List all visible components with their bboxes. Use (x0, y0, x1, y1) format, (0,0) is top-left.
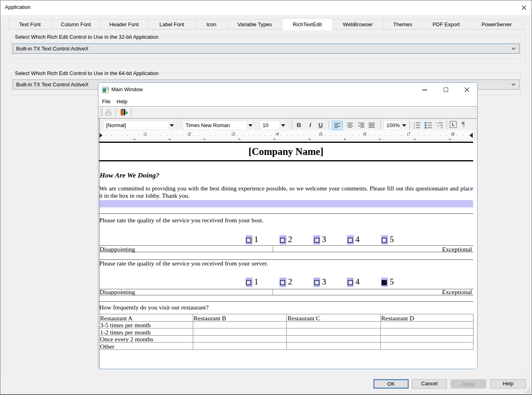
svg-text:3: 3 (413, 127, 415, 129)
svg-text:i: i (438, 127, 439, 129)
